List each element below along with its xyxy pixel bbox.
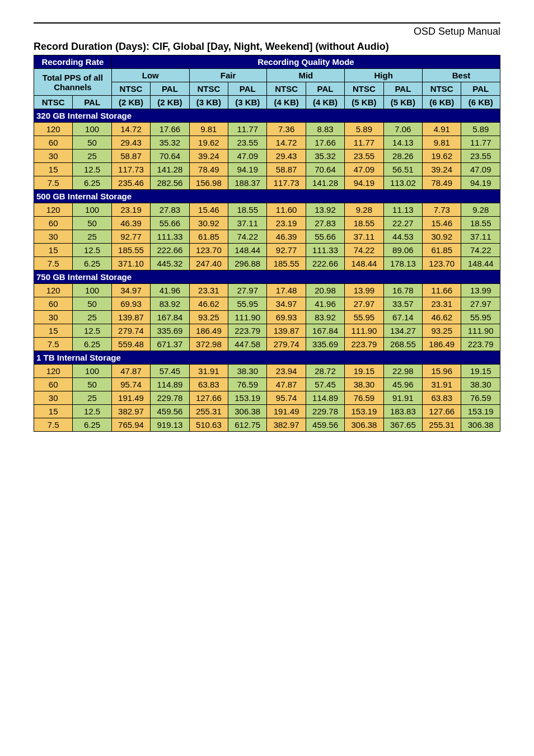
- cell-value: 123.70: [189, 244, 228, 257]
- cell-value: 141.28: [151, 163, 189, 176]
- hdr-pal: PAL: [306, 82, 344, 96]
- cell-value: 23.55: [228, 136, 267, 150]
- cell-value: 37.11: [461, 230, 500, 244]
- cell-value: 93.25: [189, 311, 228, 324]
- cell-value: 94.19: [228, 163, 267, 176]
- section-header: 500 GB Internal Storage: [34, 190, 500, 203]
- cell-value: 27.97: [461, 297, 500, 311]
- cell-value: 117.73: [267, 176, 306, 190]
- cell-ntsc-rate: 15: [34, 244, 73, 257]
- cell-value: 148.44: [228, 244, 267, 257]
- cell-value: 167.84: [306, 324, 344, 338]
- cell-value: 382.97: [111, 405, 150, 418]
- cell-value: 186.49: [423, 338, 461, 351]
- cell-value: 13.92: [306, 203, 344, 217]
- cell-value: 5.89: [345, 123, 383, 136]
- hdr-kb: (4 KB): [267, 96, 306, 109]
- cell-value: 83.92: [151, 297, 189, 311]
- cell-ntsc-rate: 60: [34, 297, 73, 311]
- cell-value: 223.79: [345, 338, 383, 351]
- cell-ntsc-rate: 7.5: [34, 176, 73, 190]
- cell-value: 74.22: [228, 230, 267, 244]
- hdr-pal: PAL: [228, 82, 267, 96]
- cell-value: 22.27: [383, 217, 422, 230]
- cell-value: 74.22: [345, 244, 383, 257]
- hdr-kb: (4 KB): [306, 96, 344, 109]
- cell-value: 58.87: [111, 150, 150, 163]
- cell-value: 55.95: [345, 311, 383, 324]
- cell-value: 19.15: [461, 365, 500, 378]
- cell-value: 247.40: [189, 257, 228, 270]
- cell-value: 111.90: [461, 324, 500, 338]
- cell-value: 185.55: [267, 257, 306, 270]
- cell-pal-rate: 6.25: [73, 257, 111, 270]
- cell-value: 78.49: [423, 176, 461, 190]
- hdr-kb: (6 KB): [423, 96, 461, 109]
- cell-pal-rate: 50: [73, 217, 111, 230]
- cell-value: 14.13: [383, 136, 422, 150]
- hdr-ntsc: NTSC: [189, 82, 228, 96]
- cell-value: 183.83: [383, 405, 422, 418]
- hdr-quality-mode: Recording Quality Mode: [111, 55, 500, 69]
- cell-value: 15.46: [423, 217, 461, 230]
- cell-ntsc-rate: 7.5: [34, 418, 73, 432]
- cell-value: 38.30: [228, 365, 267, 378]
- cell-pal-rate: 100: [73, 123, 111, 136]
- cell-value: 306.38: [228, 405, 267, 418]
- cell-value: 78.49: [189, 163, 228, 176]
- cell-ntsc-rate: 30: [34, 150, 73, 163]
- cell-value: 15.46: [189, 203, 228, 217]
- cell-value: 9.81: [423, 136, 461, 150]
- table-row: 302592.77111.3361.8574.2246.3955.6637.11…: [34, 230, 500, 244]
- cell-value: 31.91: [423, 378, 461, 391]
- hdr-col-ntsc: NTSC: [34, 96, 73, 109]
- cell-value: 445.32: [151, 257, 189, 270]
- cell-value: 39.24: [189, 150, 228, 163]
- cell-value: 671.37: [151, 338, 189, 351]
- hdr-pal: PAL: [383, 82, 422, 96]
- hdr-quality-high: High: [345, 69, 423, 82]
- cell-value: 46.39: [267, 230, 306, 244]
- hdr-kb: (5 KB): [383, 96, 422, 109]
- cell-pal-rate: 6.25: [73, 176, 111, 190]
- cell-value: 306.38: [461, 418, 500, 432]
- table-row: 12010023.1927.8315.4618.5511.6013.929.28…: [34, 203, 500, 217]
- hdr-ntsc: NTSC: [345, 82, 383, 96]
- cell-value: 27.83: [151, 203, 189, 217]
- cell-value: 255.31: [423, 418, 461, 432]
- cell-value: 223.79: [228, 324, 267, 338]
- cell-ntsc-rate: 60: [34, 217, 73, 230]
- cell-value: 371.10: [111, 257, 150, 270]
- cell-value: 139.87: [111, 311, 150, 324]
- cell-value: 46.62: [423, 311, 461, 324]
- cell-value: 279.74: [267, 338, 306, 351]
- hdr-col-pal: PAL: [73, 96, 111, 109]
- cell-value: 222.66: [306, 257, 344, 270]
- cell-pal-rate: 12.5: [73, 244, 111, 257]
- hdr-quality-fair: Fair: [189, 69, 267, 82]
- cell-value: 7.73: [423, 203, 461, 217]
- hdr-quality-mid: Mid: [267, 69, 345, 82]
- cell-value: 367.65: [383, 418, 422, 432]
- cell-value: 47.09: [461, 163, 500, 176]
- cell-value: 9.28: [345, 203, 383, 217]
- cell-value: 335.69: [306, 338, 344, 351]
- cell-value: 127.66: [423, 405, 461, 418]
- section-header: 1 TB Internal Storage: [34, 351, 500, 365]
- cell-pal-rate: 6.25: [73, 338, 111, 351]
- cell-value: 255.31: [189, 405, 228, 418]
- cell-value: 156.98: [189, 176, 228, 190]
- cell-value: 18.55: [345, 217, 383, 230]
- cell-pal-rate: 50: [73, 136, 111, 150]
- cell-value: 47.87: [111, 365, 150, 378]
- cell-ntsc-rate: 60: [34, 378, 73, 391]
- table-row: 605095.74114.8963.8376.5947.8757.4538.30…: [34, 378, 500, 391]
- table-row: 605029.4335.3219.6223.5514.7217.6611.771…: [34, 136, 500, 150]
- cell-value: 30.92: [189, 217, 228, 230]
- cell-value: 153.19: [461, 405, 500, 418]
- cell-value: 38.30: [461, 378, 500, 391]
- table-row: 7.56.25371.10445.32247.40296.88185.55222…: [34, 257, 500, 270]
- cell-value: 76.59: [228, 378, 267, 391]
- cell-ntsc-rate: 120: [34, 365, 73, 378]
- cell-value: 459.56: [151, 405, 189, 418]
